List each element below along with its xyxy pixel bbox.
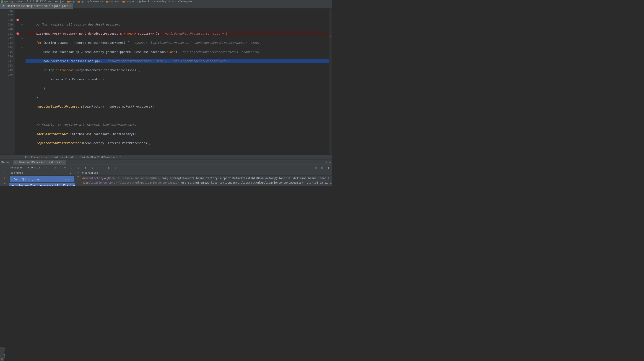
rerun-failed-icon[interactable]: ⟳ <box>2 176 6 180</box>
drop-frame-icon[interactable]: ↯ <box>90 165 95 170</box>
debug-session-tab[interactable]: BeanPostProcessorTest.test × <box>13 160 66 165</box>
parameter-icon: P <box>84 177 84 180</box>
remove-watch-icon[interactable]: − <box>76 175 80 178</box>
step-over-icon[interactable]: ⤼ <box>63 165 67 170</box>
variables-panel: ≡ Variables ▶P beanFactory = {DefaultLis… <box>81 170 332 186</box>
expand-icon[interactable]: ▶ <box>82 177 83 179</box>
java-file-icon: J <box>2 4 4 7</box>
chevron-right-icon: › <box>65 0 66 3</box>
chevron-right-icon: › <box>104 0 105 3</box>
test-run-icon <box>15 161 18 164</box>
variable-row[interactable]: ▶P applicationContext = {ClassPathXmlApp… <box>81 180 332 185</box>
svg-rect-1 <box>11 172 13 173</box>
file-tab-label: PostProcessorRegistrationDelegate.java <box>6 4 68 7</box>
evaluate-expression-icon[interactable]: ▦ <box>106 165 111 170</box>
up-icon[interactable]: ↑ <box>76 179 80 182</box>
arrow-right-icon[interactable]: → <box>44 165 48 170</box>
expand-icon[interactable]: ▶ <box>82 182 83 184</box>
restore-layout-icon[interactable]: ⇲ <box>70 171 72 174</box>
separator <box>60 166 60 170</box>
memory-icon[interactable]: ◑ <box>326 165 331 170</box>
breadcrumb-pkg[interactable]: springframework <box>78 0 103 3</box>
close-icon[interactable]: × <box>70 4 71 7</box>
view-link[interactable]: View <box>330 181 332 184</box>
trace-icon[interactable]: ≣ <box>113 165 118 170</box>
breadcrumb-bar: jspring-context-5.1.3.RELEASE-sources.ja… <box>0 0 332 3</box>
show-execution-point-icon[interactable]: ≡ <box>53 165 58 170</box>
code-editor[interactable]: 236 237 238 239 240 241 242 243 244 245 … <box>0 9 332 155</box>
variables-header: ≡ Variables <box>81 170 332 175</box>
step-out-icon[interactable]: ↑ <box>83 165 88 170</box>
new-watch-icon[interactable]: + <box>76 171 80 174</box>
chevron-right-icon: › <box>136 0 138 3</box>
line-gutter: 236 237 238 239 240 241 242 243 244 245 … <box>0 9 14 155</box>
next-frame-icon[interactable]: ↓ <box>68 178 70 181</box>
breadcrumb-class[interactable]: CPostProcessorRegistrationDelegate <box>139 0 192 3</box>
console-tab[interactable]: ▶Console <box>26 165 42 170</box>
chevron-right-icon: › <box>75 0 77 3</box>
parameter-icon: P <box>84 181 84 184</box>
warning-marker-icon[interactable] <box>330 36 331 36</box>
variables-icon: ≡ <box>82 171 84 174</box>
breadcrumb-jar[interactable]: jspring-context-5.1.3.RELEASE-sources.ja… <box>1 0 64 3</box>
chevron-down-icon: ▾ <box>61 178 63 181</box>
toggle-autotest-icon[interactable]: ⇄ <box>2 181 6 185</box>
debug-panel-header: Debug: BeanPostProcessorTest.test × ⚙ — <box>0 160 332 165</box>
down-icon[interactable]: ↓ <box>76 183 80 186</box>
package-icon <box>67 1 70 2</box>
editor-nav-crumb: PostProcessorRegistrationDelegate › regi… <box>0 155 332 160</box>
frames-list[interactable]: registerBeanPostProcessors:241, PostPror… <box>9 183 75 186</box>
frames-header: Frames ⇲ — <box>9 170 75 175</box>
debug-label: Debug: <box>1 161 11 164</box>
check-icon: ✓ <box>12 178 13 181</box>
variables-label: Variables <box>84 171 98 174</box>
variables-tree[interactable]: ▶P beanFactory = {DefaultListableBeanFac… <box>81 175 332 186</box>
breadcrumb-pkg[interactable]: org <box>67 0 75 3</box>
file-tab-bar: J PostProcessorRegistrationDelegate.java… <box>0 3 332 9</box>
filter-icon[interactable]: ▿ <box>71 178 73 181</box>
debugger-tab[interactable]: Debugger <box>9 165 24 170</box>
package-icon <box>122 1 125 2</box>
svg-point-0 <box>15 162 16 163</box>
variable-row[interactable]: ▶P beanFactory = {DefaultListableBeanFac… <box>81 176 332 180</box>
console-icon: ▶ <box>28 166 29 169</box>
file-tab[interactable]: J PostProcessorRegistrationDelegate.java… <box>0 3 73 9</box>
close-icon[interactable]: × <box>63 161 64 164</box>
warning-marker-icon[interactable] <box>330 38 331 38</box>
breadcrumb-pkg[interactable]: support <box>122 0 136 3</box>
hide-icon[interactable]: — <box>72 171 74 174</box>
variable-row[interactable]: ▶ postProcessorNames = {String[1]@1935} <box>81 185 332 186</box>
step-into-icon[interactable]: ↓ <box>70 165 74 170</box>
analysis-ok-icon: ✓ <box>330 9 332 12</box>
code-area[interactable]: // Now, register all regular BeanPostPro… <box>14 9 332 155</box>
frames-label: Frames <box>14 171 23 174</box>
minimize-icon[interactable]: — <box>329 161 331 164</box>
chevron-right-icon: › <box>76 156 78 159</box>
layout-icon[interactable]: ▤ <box>313 165 318 170</box>
frames-icon <box>10 172 13 174</box>
separator <box>51 166 51 170</box>
frames-panel: Frames ⇲ — ✓ "main"@1 in group ... ▾ ↑ ↓… <box>9 170 75 186</box>
layout-icon[interactable]: ▥ <box>320 165 324 170</box>
frames-toolbar: + − ↑ ↓ ⧉ 👓 <box>75 170 81 186</box>
gear-icon[interactable]: ⚙ <box>326 161 327 164</box>
frame-item[interactable]: registerBeanPostProcessors:241, PostPro <box>9 183 75 186</box>
separator <box>104 166 104 170</box>
class-icon: C <box>139 0 141 3</box>
jar-icon: j <box>1 0 3 3</box>
debug-side-toolbar: ↻ ⟳ ⇄ ▶ ‖ ■ ●● ⊘ 📷 ⚙ 📌 <box>0 170 9 186</box>
package-icon <box>78 1 80 2</box>
nav-crumb-class[interactable]: PostProcessorRegistrationDelegate <box>25 156 75 159</box>
svg-rect-3 <box>11 173 13 174</box>
run-to-cursor-icon[interactable]: →| <box>97 165 102 170</box>
force-step-into-icon[interactable]: ↓ <box>76 165 81 170</box>
debug-toolbar: Debugger ▶Console → ≡ ⤼ ↓ ↓ ↑ ↯ →| ▦ ≣ ▤… <box>0 165 332 170</box>
nav-crumb-method[interactable]: registerBeanPostProcessors() <box>79 156 121 159</box>
prev-frame-icon[interactable]: ↑ <box>64 178 66 181</box>
package-icon <box>106 1 108 2</box>
svg-rect-2 <box>11 173 13 173</box>
error-stripe[interactable]: ✓ <box>329 9 332 155</box>
rerun-icon[interactable]: ↻ <box>2 171 6 175</box>
thread-selector[interactable]: ✓ "main"@1 in group ... ▾ ↑ ↓ ▿ <box>10 176 74 182</box>
breadcrumb-pkg[interactable]: context <box>106 0 120 3</box>
